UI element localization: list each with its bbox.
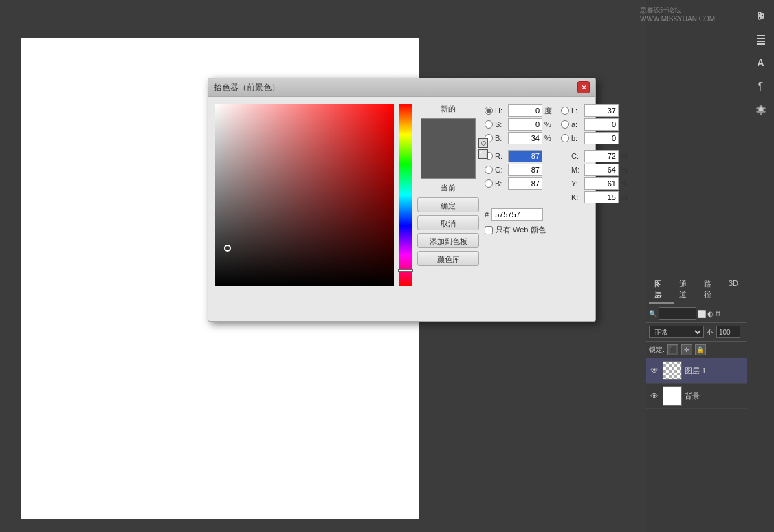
svg-point-5 (758, 16, 761, 19)
cmyk-k-unit: % (621, 193, 632, 201)
preview-current-color (421, 148, 476, 179)
tab-paths[interactable]: 路径 (698, 276, 723, 304)
eye-icon-bg[interactable]: 👁 (649, 390, 660, 401)
text-tool-icon[interactable]: A (751, 52, 771, 73)
lab-b-input[interactable] (584, 132, 619, 144)
red-input[interactable] (508, 150, 542, 162)
cmyk-y-input[interactable] (584, 177, 619, 190)
sat-unit: % (544, 120, 555, 129)
stamp-icon[interactable] (751, 29, 771, 49)
lab-a-input[interactable] (584, 118, 619, 131)
color-library-button[interactable]: 颜色库 (417, 251, 479, 266)
dialog-titlebar: 拾色器（前景色） ✕ (208, 78, 595, 97)
lock-pixels-btn[interactable]: ⬛ (667, 344, 678, 355)
confirm-button[interactable]: 确定 (417, 197, 479, 212)
lab-b-radio[interactable] (561, 134, 569, 142)
control-buttons: 确定 取消 添加到色板 颜色库 (417, 197, 479, 266)
paragraph-icon[interactable]: ¶ (751, 76, 771, 96)
add-swatch-button[interactable]: 添加到色板 (417, 233, 479, 248)
lab-l-input[interactable] (584, 104, 619, 117)
cmyk-k-row: K: % (561, 191, 632, 203)
lock-move-btn[interactable]: ✛ (681, 344, 692, 355)
dialog-title: 拾色器（前景色） (214, 82, 280, 93)
lock-row: 锁定: ⬛ ✛ 🔒 (646, 342, 747, 358)
brightness-unit: % (544, 134, 555, 142)
svg-point-3 (758, 12, 761, 15)
svg-rect-7 (757, 38, 765, 39)
hue-slider[interactable] (399, 104, 412, 286)
tab-3d[interactable]: 3D (723, 276, 744, 304)
dialog-close-button[interactable]: ✕ (577, 81, 590, 93)
svg-rect-9 (757, 43, 765, 45)
cmyk-c-unit: % (621, 152, 632, 160)
brightness-input[interactable] (508, 132, 542, 144)
right-toolbar: A ¶ (747, 0, 774, 532)
col-lab-cmyk: L: a: b: (561, 104, 632, 204)
watermark: 思客设计论坛 WWW.MISSYUAN.COM (640, 5, 715, 23)
cmyk-m-label: M: (571, 166, 582, 174)
layer-name-1: 图层 1 (685, 366, 744, 376)
green-input[interactable] (508, 164, 542, 176)
hue-input[interactable] (508, 104, 542, 117)
sat-row: S: % (485, 118, 555, 131)
sat-radio[interactable] (485, 120, 493, 129)
panel-controls-row: 🔍 ⬜ ◐ ⚙ (646, 304, 747, 323)
layer-img-icon[interactable]: ⬜ (698, 310, 706, 318)
web-colors-label: 只有 Web 颜色 (496, 225, 546, 235)
red-label: R: (495, 152, 506, 160)
tab-channels[interactable]: 通道 (674, 276, 698, 304)
green-radio[interactable] (485, 166, 493, 174)
cmyk-k-input[interactable] (584, 191, 619, 203)
green-label: G: (495, 166, 506, 174)
hue-marker (398, 269, 413, 272)
opacity-input[interactable] (716, 326, 740, 338)
preview-icons: ⬡ ⬜ (478, 138, 488, 159)
layer-thumb-1 (663, 361, 682, 380)
cancel-button[interactable]: 取消 (417, 215, 479, 230)
blend-mode-select[interactable]: 正常 (649, 326, 704, 338)
cmyk-m-row: M: % (561, 164, 632, 176)
cmyk-y-unit: % (621, 179, 632, 188)
layer-thumb-bg (663, 386, 682, 406)
lab-a-row: a: (561, 118, 632, 131)
svg-point-4 (761, 14, 764, 17)
panel-tabs: 图层 通道 路径 3D (646, 275, 747, 304)
hue-slider-container[interactable] (399, 104, 412, 286)
lab-b-row: b: (561, 132, 632, 144)
layer-item-1[interactable]: 👁 图层 1 (646, 358, 747, 384)
dialog-body: 新的 ⬡ ⬜ 当前 确定 取消 添加到色板 颜色库 (208, 97, 595, 319)
lab-l-radio[interactable] (561, 107, 569, 115)
hue-radio[interactable] (485, 107, 493, 115)
hue-unit: 度 (544, 106, 555, 116)
layer-item-bg[interactable]: 👁 背景 (646, 384, 747, 409)
blue-input[interactable] (508, 177, 542, 190)
lock-all-btn[interactable]: 🔒 (695, 344, 706, 355)
eye-icon-1[interactable]: 👁 (649, 365, 660, 376)
layer-adjust-icon[interactable]: ◐ (707, 310, 714, 318)
cmyk-c-row: C: % (561, 150, 632, 162)
cmyk-c-label: C: (571, 152, 582, 160)
cmyk-m-input[interactable] (584, 164, 619, 176)
tab-layers[interactable]: 图层 (649, 276, 674, 304)
red-row: R: (485, 150, 555, 162)
gradient-picker-area[interactable] (215, 104, 394, 312)
settings-icon[interactable] (751, 99, 771, 120)
preview-boxes-wrapper: ⬡ ⬜ (421, 118, 476, 179)
color-picker-dialog: 拾色器（前景色） ✕ 新的 ⬡ ⬜ (208, 78, 596, 322)
sat-input[interactable] (508, 118, 542, 131)
type-filter-input[interactable] (659, 307, 696, 320)
cmyk-c-input[interactable] (584, 150, 619, 162)
green-row: G: (485, 164, 555, 176)
web-colors-checkbox[interactable] (485, 226, 493, 234)
layer-effects-icon[interactable]: ⚙ (715, 310, 721, 318)
hex-label: # (485, 210, 489, 219)
hex-input[interactable] (491, 208, 543, 221)
blue-radio[interactable] (485, 179, 493, 188)
two-column-inputs: H: 度 S: % B: (485, 104, 632, 204)
lab-a-radio[interactable] (561, 120, 569, 129)
lab-l-row: L: (561, 104, 632, 117)
adjust-icon[interactable] (751, 5, 771, 26)
hue-row: H: 度 (485, 104, 555, 117)
color-gradient-bg[interactable] (215, 104, 394, 286)
preview-section: 新的 ⬡ ⬜ 当前 确定 取消 添加到色板 颜色库 (417, 104, 479, 312)
